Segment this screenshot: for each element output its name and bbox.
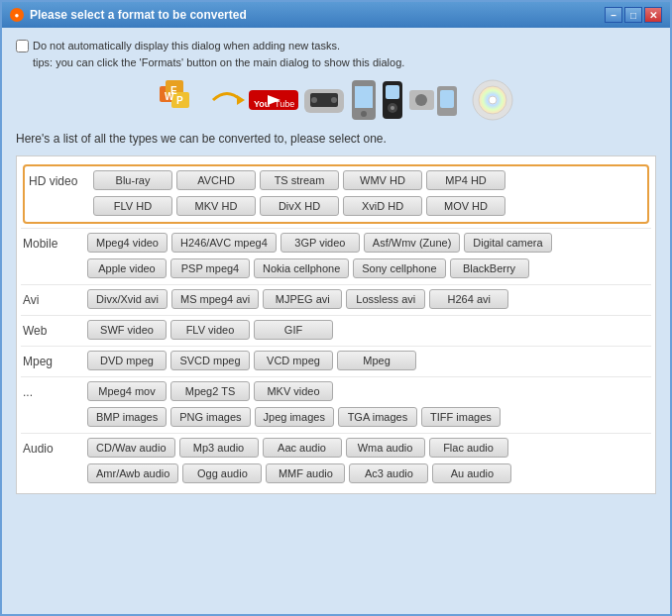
format-btn-lossless-avi[interactable]: Lossless avi: [346, 289, 425, 309]
format-btn-3gp-video[interactable]: 3GP video: [280, 233, 360, 253]
svg-text:Tube: Tube: [275, 99, 294, 109]
svg-point-13: [331, 97, 337, 103]
svg-rect-23: [415, 94, 427, 106]
format-btn-jpeg-images[interactable]: Jpeg images: [255, 407, 334, 427]
format-btn-xvid-hd[interactable]: XviD HD: [343, 196, 422, 216]
svg-text:You: You: [254, 99, 270, 109]
format-btn-flv-hd[interactable]: FLV HD: [93, 196, 172, 216]
category-row-audio: AudioCD/Wav audioMp3 audioAac audioWma a…: [21, 434, 651, 489]
format-btn-ms-mpeg4-avi[interactable]: MS mpeg4 avi: [171, 289, 259, 309]
office-icon: W E P: [158, 78, 205, 122]
format-btn-blackberry[interactable]: BlackBerry: [450, 258, 529, 278]
format-btn-aac-audio[interactable]: Aac audio: [263, 438, 342, 458]
buttons-group-mpeg: DVD mpegSVCD mpegVCD mpegMpeg: [87, 351, 649, 372]
format-btn-swf-video[interactable]: SWF video: [87, 320, 167, 340]
checkbox-label: Do not automatically display this dialog…: [33, 38, 404, 70]
format-btn-apple-video[interactable]: Apple video: [87, 258, 167, 278]
category-row-mpeg: MpegDVD mpegSVCD mpegVCD mpegMpeg: [21, 347, 651, 377]
format-btn-dvd-mpeg[interactable]: DVD mpeg: [87, 351, 167, 370]
format-btn-mpeg4-video[interactable]: Mpeg4 video: [87, 233, 168, 253]
arrow-icon: [209, 85, 245, 115]
format-btn-blu-ray[interactable]: Blu-ray: [93, 170, 172, 190]
category-label-mobile: Mobile: [23, 233, 87, 251]
format-btn-divx-hd[interactable]: DivX HD: [260, 196, 339, 216]
buttons-group-other: Mpeg4 movMpeg2 TSMKV videoBMP imagesPNG …: [87, 381, 649, 429]
category-row-mobile: MobileMpeg4 videoH246/AVC mpeg43GP video…: [21, 229, 651, 285]
format-btn-flv-video[interactable]: FLV video: [170, 320, 250, 340]
format-btn-gif[interactable]: GIF: [254, 320, 333, 340]
format-btn-mp3-audio[interactable]: Mp3 audio: [179, 438, 259, 458]
svg-rect-16: [355, 86, 373, 108]
app-icon: ●: [10, 8, 24, 22]
mp3-player-icon: [382, 80, 403, 120]
category-row-hd_video: HD videoBlu-rayAVCHDTS streamWMV HDMP4 H…: [21, 160, 651, 229]
format-btn-ogg-audio[interactable]: Ogg audio: [182, 463, 262, 483]
title-bar-left: ● Please select a format to be converted: [10, 8, 247, 22]
category-label-other: ...: [23, 381, 87, 399]
icons-row: W E P You Tube: [16, 78, 656, 122]
format-btn-mpeg[interactable]: Mpeg: [337, 351, 416, 370]
category-label-avi: Avi: [23, 289, 87, 307]
format-btn-mpeg4-mov[interactable]: Mpeg4 mov: [87, 381, 167, 401]
youtube-icon: You Tube: [249, 87, 298, 113]
checkbox-label-line1: Do not automatically display this dialog…: [33, 40, 340, 51]
format-btn-au-audio[interactable]: Au audio: [432, 463, 511, 483]
svg-rect-25: [440, 90, 454, 108]
checkbox-label-line2: tips: you can click the 'Formats' button…: [33, 56, 404, 68]
maximize-button[interactable]: □: [624, 7, 642, 23]
format-btn-mkv-video[interactable]: MKV video: [254, 381, 333, 401]
format-btn-ac3-audio[interactable]: Ac3 audio: [349, 463, 428, 483]
format-btn-png-images[interactable]: PNG images: [170, 407, 250, 427]
format-btn-ts-stream[interactable]: TS stream: [260, 170, 339, 190]
buttons-group-mobile: Mpeg4 videoH246/AVC mpeg43GP videoAsf/Wm…: [87, 233, 649, 280]
main-window: ● Please select a format to be converted…: [0, 0, 672, 616]
title-buttons: – □ ✕: [605, 7, 662, 23]
format-btn-cd-wav-audio[interactable]: CD/Wav audio: [87, 438, 175, 458]
svg-point-14: [311, 97, 317, 103]
content-area: Do not automatically display this dialog…: [2, 28, 670, 614]
format-btn-sony-cellphone[interactable]: Sony cellphone: [353, 258, 445, 278]
buttons-group-avi: Divx/Xvid aviMS mpeg4 aviMJPEG aviLossle…: [87, 289, 649, 311]
svg-marker-6: [237, 95, 245, 105]
format-btn-tga-images[interactable]: TGA images: [338, 407, 417, 427]
auto-display-checkbox[interactable]: [16, 40, 29, 52]
format-btn-psp-mpeg4[interactable]: PSP mpeg4: [170, 258, 250, 278]
format-btn-amr-awb-audio[interactable]: Amr/Awb audio: [87, 463, 178, 483]
svg-rect-19: [386, 85, 399, 99]
mobile-phone-icon: [350, 78, 378, 122]
close-button[interactable]: ✕: [644, 7, 662, 23]
minimize-button[interactable]: –: [605, 7, 622, 23]
format-btn-vcd-mpeg[interactable]: VCD mpeg: [254, 351, 333, 370]
svg-text:P: P: [176, 95, 183, 106]
title-bar: ● Please select a format to be converted…: [2, 2, 670, 28]
format-btn-divx-xvid-avi[interactable]: Divx/Xvid avi: [87, 289, 168, 309]
category-label-audio: Audio: [23, 438, 87, 456]
category-row-web: WebSWF videoFLV videoGIF: [21, 316, 651, 347]
format-btn-avchd[interactable]: AVCHD: [176, 170, 256, 190]
cd-icon: [471, 78, 514, 122]
format-btn-wma-audio[interactable]: Wma audio: [346, 438, 425, 458]
svg-point-17: [361, 111, 367, 117]
camera-group-icon: [407, 78, 467, 122]
format-btn-asf-wmv-zune-[interactable]: Asf/Wmv (Zune): [364, 233, 460, 253]
format-btn-flac-audio[interactable]: Flac audio: [429, 438, 508, 458]
category-label-mpeg: Mpeg: [23, 351, 87, 368]
category-label-hd_video: HD video: [29, 170, 93, 188]
format-btn-mmf-audio[interactable]: MMF audio: [266, 463, 345, 483]
format-btn-h246-avc-mpeg4[interactable]: H246/AVC mpeg4: [171, 233, 277, 253]
format-btn-nokia-cellphone[interactable]: Nokia cellphone: [254, 258, 349, 278]
formats-container: HD videoBlu-rayAVCHDTS streamWMV HDMP4 H…: [16, 155, 656, 494]
format-btn-mov-hd[interactable]: MOV HD: [426, 196, 505, 216]
buttons-group-web: SWF videoFLV videoGIF: [87, 320, 649, 342]
format-btn-svcd-mpeg[interactable]: SVCD mpeg: [170, 351, 250, 370]
format-btn-mpeg2-ts[interactable]: Mpeg2 TS: [170, 381, 250, 401]
format-btn-mp4-hd[interactable]: MP4 HD: [426, 170, 505, 190]
format-btn-bmp-images[interactable]: BMP images: [87, 407, 167, 427]
svg-point-21: [391, 106, 394, 110]
format-btn-h264-avi[interactable]: H264 avi: [429, 289, 508, 309]
format-btn-wmv-hd[interactable]: WMV HD: [343, 170, 422, 190]
format-btn-tiff-images[interactable]: TIFF images: [421, 407, 501, 427]
format-btn-mkv-hd[interactable]: MKV HD: [176, 196, 256, 216]
format-btn-mjpeg-avi[interactable]: MJPEG avi: [263, 289, 342, 309]
format-btn-digital-camera[interactable]: Digital camera: [464, 233, 551, 253]
